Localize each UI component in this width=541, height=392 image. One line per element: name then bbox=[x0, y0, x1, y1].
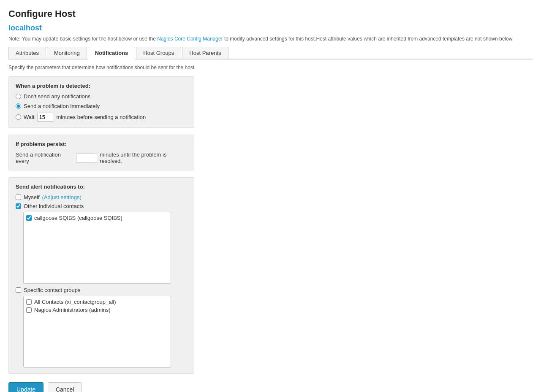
immediate-option[interactable]: Send a notification immediately bbox=[16, 103, 187, 109]
other-contacts-label: Other individual contacts bbox=[24, 203, 84, 209]
wait-suffix: minutes before sending a notification bbox=[57, 114, 146, 120]
contact-callgoose[interactable]: callgoose SQIBS (callgoose SQIBS) bbox=[26, 215, 168, 221]
wait-minutes-input[interactable] bbox=[37, 113, 54, 122]
persist-minutes-input[interactable] bbox=[76, 154, 97, 162]
problem-panel-label: When a problem is detected: bbox=[16, 83, 187, 89]
group-all-contacts-checkbox[interactable] bbox=[26, 299, 32, 305]
no-notify-radio[interactable] bbox=[16, 94, 21, 99]
tab-notifications[interactable]: Notifications bbox=[88, 47, 136, 59]
no-notify-label: Don't send any notifications bbox=[24, 93, 91, 100]
contacts-box: callgoose SQIBS (callgoose SQIBS) bbox=[23, 212, 171, 284]
group-all-contacts-label: All Contacts (xi_contactgroup_all) bbox=[34, 299, 116, 305]
specific-groups-option[interactable]: Specific contact groups bbox=[16, 287, 187, 293]
other-contacts-checkbox[interactable] bbox=[16, 203, 21, 209]
tab-bar: Attributes Monitoring Notifications Host… bbox=[8, 47, 533, 59]
myself-label: Myself bbox=[24, 194, 40, 200]
nagios-config-link[interactable]: Nagios Core Config Manager bbox=[157, 36, 223, 42]
page-title: Configure Host bbox=[8, 8, 533, 19]
adjust-settings-link[interactable]: (Adjust settings) bbox=[42, 194, 82, 200]
wait-radio[interactable] bbox=[16, 114, 21, 120]
contact-callgoose-checkbox[interactable] bbox=[26, 215, 32, 221]
group-nagios-admins[interactable]: Nagios Administrators (admins) bbox=[26, 307, 168, 313]
alert-panel: Send alert notifications to: Myself (Adj… bbox=[8, 177, 194, 374]
myself-option[interactable]: Myself (Adjust settings) bbox=[16, 194, 187, 200]
wait-prefix: Wait bbox=[24, 114, 35, 120]
group-nagios-admins-checkbox[interactable] bbox=[26, 307, 32, 313]
immediate-label: Send a notification immediately bbox=[24, 103, 100, 109]
persist-row: Send a notification every minutes until … bbox=[16, 151, 187, 164]
persist-panel-label: If problems persist: bbox=[16, 141, 187, 147]
group-all-contacts[interactable]: All Contacts (xi_contactgroup_all) bbox=[26, 299, 168, 305]
section-description: Specify the parameters that determine ho… bbox=[8, 65, 533, 70]
update-button[interactable]: Update bbox=[8, 382, 43, 392]
tab-monitoring[interactable]: Monitoring bbox=[47, 47, 87, 59]
problem-detected-panel: When a problem is detected: Don't send a… bbox=[8, 76, 194, 128]
hostname: localhost bbox=[8, 24, 533, 32]
wait-option[interactable]: Wait minutes before sending a notificati… bbox=[16, 113, 187, 122]
alert-panel-label: Send alert notifications to: bbox=[16, 184, 187, 190]
cancel-button[interactable]: Cancel bbox=[48, 382, 82, 392]
group-nagios-admins-label: Nagios Administrators (admins) bbox=[34, 307, 111, 313]
note-text: Note: You may update basic settings for … bbox=[8, 36, 533, 42]
groups-box: All Contacts (xi_contactgroup_all) Nagio… bbox=[23, 296, 171, 368]
problem-radio-group: Don't send any notifications Send a noti… bbox=[16, 93, 187, 122]
persist-panel: If problems persist: Send a notification… bbox=[8, 135, 194, 170]
contact-callgoose-label: callgoose SQIBS (callgoose SQIBS) bbox=[34, 215, 122, 221]
tab-attributes[interactable]: Attributes bbox=[8, 47, 46, 59]
specific-groups-checkbox[interactable] bbox=[16, 287, 21, 293]
immediate-radio[interactable] bbox=[16, 103, 21, 109]
tab-host-groups[interactable]: Host Groups bbox=[136, 47, 181, 59]
persist-prefix: Send a notification every bbox=[16, 151, 73, 164]
no-notify-option[interactable]: Don't send any notifications bbox=[16, 93, 187, 100]
persist-suffix: minutes until the problem is resolved. bbox=[100, 151, 187, 164]
specific-groups-label: Specific contact groups bbox=[24, 287, 80, 293]
other-contacts-option[interactable]: Other individual contacts bbox=[16, 203, 187, 209]
myself-checkbox[interactable] bbox=[16, 195, 21, 200]
tab-host-parents[interactable]: Host Parents bbox=[182, 47, 228, 59]
action-buttons: Update Cancel bbox=[8, 382, 533, 392]
